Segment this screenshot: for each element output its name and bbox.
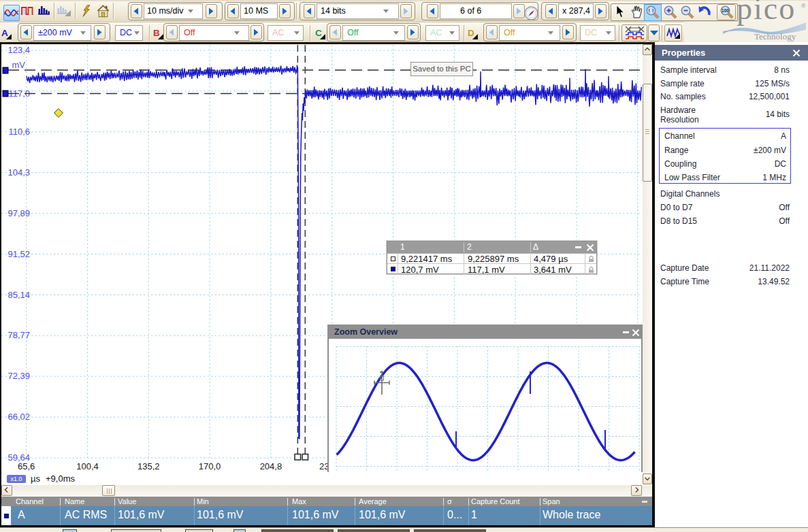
svg-text:110,6: 110,6 — [8, 127, 30, 137]
svg-text:mV: mV — [12, 60, 26, 70]
svg-text:97,89: 97,89 — [7, 208, 30, 218]
svg-text:100,4: 100,4 — [76, 461, 99, 471]
svg-text:78,77: 78,77 — [7, 330, 30, 340]
svg-text:66,02: 66,02 — [7, 412, 30, 422]
svg-text:135,2: 135,2 — [138, 461, 160, 471]
svg-text:85,14: 85,14 — [7, 290, 30, 300]
svg-text:91,52: 91,52 — [7, 249, 30, 259]
svg-text:72,39: 72,39 — [7, 371, 30, 381]
svg-text:65,6: 65,6 — [18, 461, 35, 471]
svg-text:104,3: 104,3 — [7, 167, 30, 178]
svg-text:100: 100 — [722, 8, 729, 13]
svg-text:123,4: 123,4 — [7, 45, 30, 55]
svg-text:204,8: 204,8 — [260, 461, 282, 471]
svg-text:170,0: 170,0 — [199, 461, 221, 471]
